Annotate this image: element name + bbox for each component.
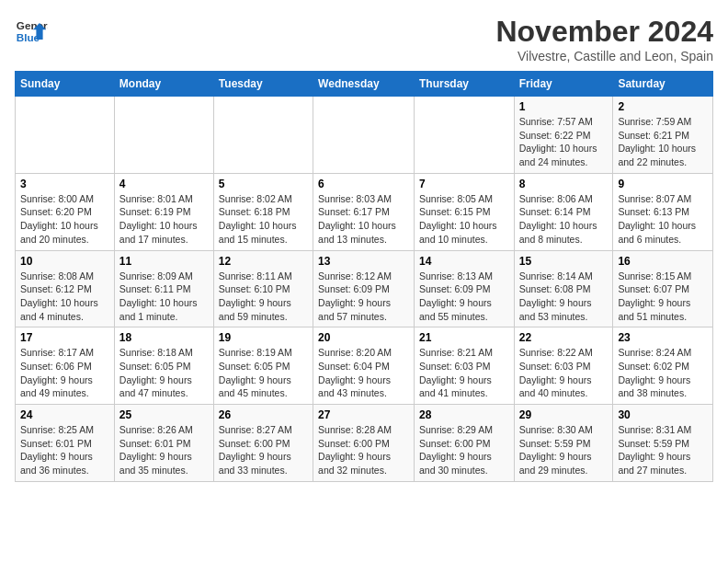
calendar-cell: 2Sunrise: 7:59 AM Sunset: 6:21 PM Daylig… xyxy=(613,97,713,174)
calendar-cell: 22Sunrise: 8:22 AM Sunset: 6:03 PM Dayli… xyxy=(514,327,613,405)
day-info: Sunrise: 8:28 AM Sunset: 6:00 PM Dayligh… xyxy=(318,423,409,477)
day-number: 29 xyxy=(519,408,609,421)
calendar-cell: 14Sunrise: 8:13 AM Sunset: 6:09 PM Dayli… xyxy=(414,250,514,327)
day-number: 16 xyxy=(618,255,708,268)
day-info: Sunrise: 8:12 AM Sunset: 6:09 PM Dayligh… xyxy=(318,270,409,324)
calendar-cell: 21Sunrise: 8:21 AM Sunset: 6:03 PM Dayli… xyxy=(414,327,514,405)
day-number: 4 xyxy=(119,178,209,190)
day-info: Sunrise: 8:09 AM Sunset: 6:11 PM Dayligh… xyxy=(119,270,209,324)
day-number: 14 xyxy=(419,255,509,268)
day-number: 8 xyxy=(519,178,609,190)
calendar-cell: 3Sunrise: 8:00 AM Sunset: 6:20 PM Daylig… xyxy=(16,173,115,250)
day-number: 25 xyxy=(119,408,209,421)
svg-text:General: General xyxy=(17,19,48,31)
day-number: 24 xyxy=(20,408,109,421)
day-info: Sunrise: 8:25 AM Sunset: 6:01 PM Dayligh… xyxy=(20,423,109,477)
header: General Blue November 2024 Vilvestre, Ca… xyxy=(15,15,713,63)
calendar-cell: 19Sunrise: 8:19 AM Sunset: 6:05 PM Dayli… xyxy=(213,327,313,405)
day-info: Sunrise: 8:24 AM Sunset: 6:02 PM Dayligh… xyxy=(618,346,708,400)
calendar-cell: 9Sunrise: 8:07 AM Sunset: 6:13 PM Daylig… xyxy=(613,173,713,250)
calendar-cell xyxy=(114,97,213,174)
day-info: Sunrise: 8:21 AM Sunset: 6:03 PM Dayligh… xyxy=(419,346,509,400)
day-number: 23 xyxy=(618,331,708,344)
calendar-cell: 17Sunrise: 8:17 AM Sunset: 6:06 PM Dayli… xyxy=(16,327,115,405)
day-info: Sunrise: 8:06 AM Sunset: 6:14 PM Dayligh… xyxy=(519,192,609,247)
calendar-cell: 8Sunrise: 8:06 AM Sunset: 6:14 PM Daylig… xyxy=(514,173,613,250)
calendar-cell: 12Sunrise: 8:11 AM Sunset: 6:10 PM Dayli… xyxy=(213,250,313,327)
week-row-3: 10Sunrise: 8:08 AM Sunset: 6:12 PM Dayli… xyxy=(16,250,713,327)
calendar-cell: 28Sunrise: 8:29 AM Sunset: 6:00 PM Dayli… xyxy=(414,405,514,482)
day-info: Sunrise: 8:15 AM Sunset: 6:07 PM Dayligh… xyxy=(618,270,708,324)
day-info: Sunrise: 8:27 AM Sunset: 6:00 PM Dayligh… xyxy=(219,423,308,477)
weekday-header-wednesday: Wednesday xyxy=(313,72,415,97)
day-info: Sunrise: 8:30 AM Sunset: 5:59 PM Dayligh… xyxy=(519,423,609,477)
weekday-header-saturday: Saturday xyxy=(613,72,713,97)
calendar-cell: 27Sunrise: 8:28 AM Sunset: 6:00 PM Dayli… xyxy=(313,405,415,482)
day-number: 28 xyxy=(419,408,509,421)
calendar-cell xyxy=(313,97,415,174)
day-number: 5 xyxy=(219,178,308,190)
day-number: 10 xyxy=(20,255,109,268)
day-number: 30 xyxy=(618,408,708,421)
day-info: Sunrise: 7:59 AM Sunset: 6:21 PM Dayligh… xyxy=(618,115,708,169)
day-number: 1 xyxy=(519,100,609,113)
day-number: 9 xyxy=(618,178,708,190)
week-row-2: 3Sunrise: 8:00 AM Sunset: 6:20 PM Daylig… xyxy=(16,173,713,250)
week-row-4: 17Sunrise: 8:17 AM Sunset: 6:06 PM Dayli… xyxy=(16,327,713,405)
day-number: 20 xyxy=(318,331,409,344)
day-number: 19 xyxy=(219,331,308,344)
day-number: 3 xyxy=(20,178,109,190)
calendar-cell: 4Sunrise: 8:01 AM Sunset: 6:19 PM Daylig… xyxy=(114,173,213,250)
day-info: Sunrise: 8:31 AM Sunset: 5:59 PM Dayligh… xyxy=(618,423,708,477)
calendar-cell: 5Sunrise: 8:02 AM Sunset: 6:18 PM Daylig… xyxy=(213,173,313,250)
day-number: 22 xyxy=(519,331,609,344)
calendar-cell: 29Sunrise: 8:30 AM Sunset: 5:59 PM Dayli… xyxy=(514,405,613,482)
calendar-cell: 23Sunrise: 8:24 AM Sunset: 6:02 PM Dayli… xyxy=(613,327,713,405)
day-number: 7 xyxy=(419,178,509,190)
calendar-cell xyxy=(16,97,115,174)
day-info: Sunrise: 8:00 AM Sunset: 6:20 PM Dayligh… xyxy=(20,192,109,247)
calendar-cell xyxy=(213,97,313,174)
day-number: 26 xyxy=(219,408,308,421)
calendar-cell: 25Sunrise: 8:26 AM Sunset: 6:01 PM Dayli… xyxy=(114,405,213,482)
weekday-header-monday: Monday xyxy=(114,72,213,97)
weekday-header-thursday: Thursday xyxy=(414,72,514,97)
weekday-header-sunday: Sunday xyxy=(16,72,115,97)
calendar-cell: 24Sunrise: 8:25 AM Sunset: 6:01 PM Dayli… xyxy=(16,405,115,482)
calendar-cell: 26Sunrise: 8:27 AM Sunset: 6:00 PM Dayli… xyxy=(213,405,313,482)
day-info: Sunrise: 8:19 AM Sunset: 6:05 PM Dayligh… xyxy=(219,346,308,400)
month-title: November 2024 xyxy=(495,15,713,49)
day-info: Sunrise: 8:29 AM Sunset: 6:00 PM Dayligh… xyxy=(419,423,509,477)
day-info: Sunrise: 8:20 AM Sunset: 6:04 PM Dayligh… xyxy=(318,346,409,400)
day-number: 21 xyxy=(419,331,509,344)
day-info: Sunrise: 8:01 AM Sunset: 6:19 PM Dayligh… xyxy=(119,192,209,247)
day-number: 27 xyxy=(318,408,409,421)
day-info: Sunrise: 8:18 AM Sunset: 6:05 PM Dayligh… xyxy=(119,346,209,400)
day-info: Sunrise: 8:22 AM Sunset: 6:03 PM Dayligh… xyxy=(519,346,609,400)
calendar-cell: 1Sunrise: 7:57 AM Sunset: 6:22 PM Daylig… xyxy=(514,97,613,174)
calendar-table: SundayMondayTuesdayWednesdayThursdayFrid… xyxy=(15,71,713,482)
logo-icon: General Blue xyxy=(15,15,48,48)
day-number: 17 xyxy=(20,331,109,344)
calendar-cell: 20Sunrise: 8:20 AM Sunset: 6:04 PM Dayli… xyxy=(313,327,415,405)
title-area: November 2024 Vilvestre, Castille and Le… xyxy=(495,15,713,63)
day-info: Sunrise: 8:05 AM Sunset: 6:15 PM Dayligh… xyxy=(419,192,509,247)
day-info: Sunrise: 8:07 AM Sunset: 6:13 PM Dayligh… xyxy=(618,192,708,247)
day-number: 12 xyxy=(219,255,308,268)
weekday-header-row: SundayMondayTuesdayWednesdayThursdayFrid… xyxy=(16,72,713,97)
weekday-header-friday: Friday xyxy=(514,72,613,97)
day-info: Sunrise: 8:17 AM Sunset: 6:06 PM Dayligh… xyxy=(20,346,109,400)
calendar-cell: 10Sunrise: 8:08 AM Sunset: 6:12 PM Dayli… xyxy=(16,250,115,327)
week-row-1: 1Sunrise: 7:57 AM Sunset: 6:22 PM Daylig… xyxy=(16,97,713,174)
day-info: Sunrise: 8:02 AM Sunset: 6:18 PM Dayligh… xyxy=(219,192,308,247)
week-row-5: 24Sunrise: 8:25 AM Sunset: 6:01 PM Dayli… xyxy=(16,405,713,482)
day-info: Sunrise: 8:08 AM Sunset: 6:12 PM Dayligh… xyxy=(20,270,109,324)
calendar-cell: 30Sunrise: 8:31 AM Sunset: 5:59 PM Dayli… xyxy=(613,405,713,482)
day-info: Sunrise: 8:11 AM Sunset: 6:10 PM Dayligh… xyxy=(219,270,308,324)
day-number: 15 xyxy=(519,255,609,268)
calendar-cell: 6Sunrise: 8:03 AM Sunset: 6:17 PM Daylig… xyxy=(313,173,415,250)
day-number: 2 xyxy=(618,100,708,113)
calendar-cell: 15Sunrise: 8:14 AM Sunset: 6:08 PM Dayli… xyxy=(514,250,613,327)
location-subtitle: Vilvestre, Castille and Leon, Spain xyxy=(495,49,713,63)
day-info: Sunrise: 7:57 AM Sunset: 6:22 PM Dayligh… xyxy=(519,115,609,169)
